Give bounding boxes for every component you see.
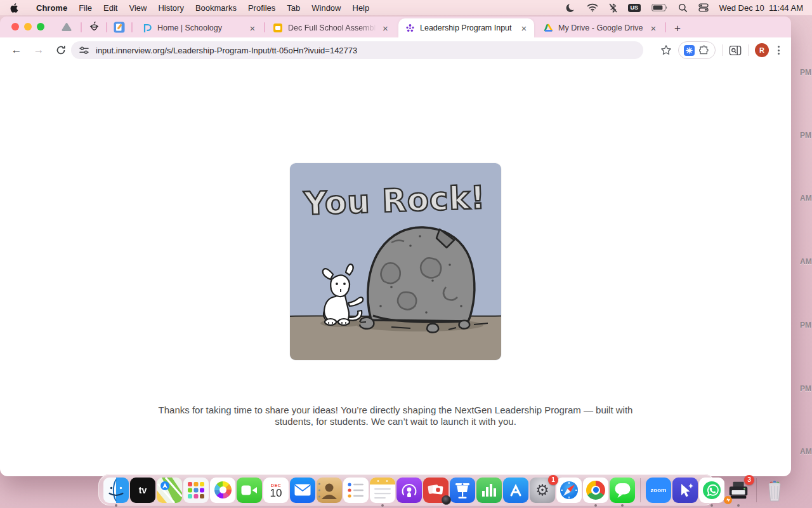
menu-bar: Chrome File Edit View History Bookmarks … (0, 0, 812, 15)
wifi-icon[interactable] (587, 3, 598, 12)
tab-close-icon[interactable]: × (381, 23, 390, 33)
desktop: Chrome File Edit View History Bookmarks … (0, 0, 812, 508)
menu-history[interactable]: History (152, 3, 189, 13)
menu-app-name[interactable]: Chrome (30, 3, 73, 13)
menu-file[interactable]: File (73, 3, 98, 13)
tab-slides-assembly[interactable]: Dec Full School Assembly - G × (266, 18, 395, 37)
google-slides-icon (273, 23, 283, 33)
bookmark-star-icon[interactable] (660, 44, 672, 56)
dock-messages-icon[interactable] (610, 478, 635, 503)
powerschool-icon (142, 23, 152, 33)
address-bar[interactable]: input.innerview.org/s/Leadership-Program… (71, 41, 643, 59)
dock-facetime-icon[interactable] (237, 478, 262, 503)
forward-button[interactable]: → (30, 41, 48, 59)
tab-title: Dec Full School Assembly - G (288, 23, 376, 32)
menu-bar-clock[interactable]: Wed Dec 10 11:44 AM (719, 3, 803, 13)
profile-avatar[interactable]: R (755, 43, 769, 57)
gear-glyph: ⚙ (535, 481, 549, 499)
window-controls (11, 23, 44, 30)
dock-maps-icon[interactable] (157, 478, 182, 503)
dock-podcasts-icon[interactable] (396, 478, 422, 503)
dock-printer-icon[interactable]: 3 (726, 478, 751, 503)
back-button[interactable]: ← (8, 41, 25, 59)
menu-view[interactable]: View (123, 3, 152, 13)
dock-calendar-icon[interactable]: DEC 10 (263, 478, 289, 503)
spotlight-search-icon[interactable] (678, 3, 688, 13)
calendar-day-label: 10 (270, 488, 282, 499)
chrome-menu-icon[interactable] (775, 43, 782, 57)
dock-notes-icon[interactable] (370, 478, 395, 503)
tab-strip: Home | Schoology × Dec Full School Assem… (0, 17, 791, 37)
dock-keynote-icon[interactable] (450, 478, 475, 503)
dock-photos-icon[interactable] (210, 478, 235, 503)
extensions-pill (678, 41, 716, 59)
dock-whatsapp-icon[interactable] (699, 478, 724, 503)
menu-window[interactable]: Window (306, 3, 346, 13)
dock-system-settings-icon[interactable]: ⚙ 1 (530, 478, 555, 503)
zoom-window-button[interactable] (37, 23, 44, 30)
widget-time-label: PM (800, 68, 811, 77)
pinned-tab-gray-triangle[interactable] (60, 20, 74, 34)
pinned-tab-document-icon[interactable] (112, 20, 126, 34)
dock-finder-icon[interactable] (103, 478, 129, 503)
dock-launchpad-icon[interactable] (183, 478, 209, 503)
dock: tv DEC 10 (98, 474, 716, 505)
dock-photo-booth-icon[interactable] (423, 478, 449, 503)
tab-close-icon[interactable]: × (519, 23, 529, 33)
reload-button[interactable] (52, 41, 70, 59)
menu-profiles[interactable]: Profiles (242, 3, 281, 13)
dock-divider (756, 478, 757, 502)
bluetooth-off-icon[interactable] (609, 3, 617, 13)
dock-cursor-app-icon[interactable] (672, 478, 698, 503)
dock-numbers-icon[interactable] (476, 478, 502, 503)
dock-reminders-icon[interactable] (343, 478, 369, 503)
menu-help[interactable]: Help (347, 3, 376, 13)
menu-tab[interactable]: Tab (281, 3, 306, 13)
tab-divider (106, 22, 107, 32)
page-content: You Rock! (0, 63, 791, 476)
battery-icon[interactable] (652, 4, 667, 11)
widget-time-label: AM (800, 194, 812, 203)
tab-divider (81, 22, 82, 32)
you-rock-card-image: You Rock! (290, 163, 501, 360)
dock-safari-icon[interactable] (556, 478, 582, 503)
innerview-sparkle-icon (405, 23, 415, 33)
minimize-window-button[interactable] (24, 23, 32, 30)
tab-google-drive[interactable]: My Drive - Google Drive × (537, 18, 664, 37)
menu-edit[interactable]: Edit (98, 3, 123, 13)
input-source-badge[interactable]: US (628, 4, 641, 12)
widget-time-label: AM (800, 257, 812, 266)
url-text[interactable]: input.innerview.org/s/Leadership-Program… (96, 46, 357, 55)
tab-leadership-program-input[interactable]: Leadership Program Input × (398, 18, 534, 37)
active-extension-icon[interactable] (684, 45, 695, 56)
tab-close-icon[interactable]: × (247, 23, 258, 33)
new-tab-button[interactable]: + (670, 21, 685, 36)
widget-time-label: PM (800, 131, 811, 140)
tab-divider (665, 22, 666, 32)
close-window-button[interactable] (11, 23, 19, 30)
do-not-disturb-moon-icon[interactable] (565, 3, 576, 13)
side-panel-search-icon[interactable] (729, 45, 742, 56)
tab-home-schoology[interactable]: Home | Schoology × (136, 18, 263, 37)
dock-app-store-icon[interactable] (503, 478, 528, 503)
extensions-puzzle-icon[interactable] (699, 45, 710, 56)
dock-mail-icon[interactable] (290, 478, 315, 503)
dock-apple-tv-icon[interactable]: tv (130, 478, 155, 503)
tab-close-icon[interactable]: × (648, 23, 658, 33)
google-drive-icon (543, 23, 553, 33)
widget-time-label: PM (800, 321, 811, 330)
tab-title: My Drive - Google Drive (558, 23, 643, 32)
dock-contacts-icon[interactable] (317, 478, 342, 503)
widget-time-label: AM (800, 447, 812, 456)
dock-zoom-icon[interactable]: zoom (646, 478, 671, 503)
desktop-widgets-sliver: PM PM AM AM PM PM AM (791, 0, 812, 508)
message-line-2: students, for students. We can’t wait to… (155, 416, 637, 427)
site-settings-icon[interactable] (79, 46, 89, 55)
apple-menu-icon[interactable] (10, 3, 19, 13)
pinned-tab-acorn-icon[interactable] (87, 20, 101, 34)
dock-chrome-icon[interactable] (583, 478, 608, 503)
control-center-icon[interactable] (698, 3, 709, 12)
dock-trash-icon[interactable] (762, 478, 787, 503)
menu-bookmarks[interactable]: Bookmarks (190, 3, 242, 13)
widget-time-label: PM (800, 384, 811, 393)
